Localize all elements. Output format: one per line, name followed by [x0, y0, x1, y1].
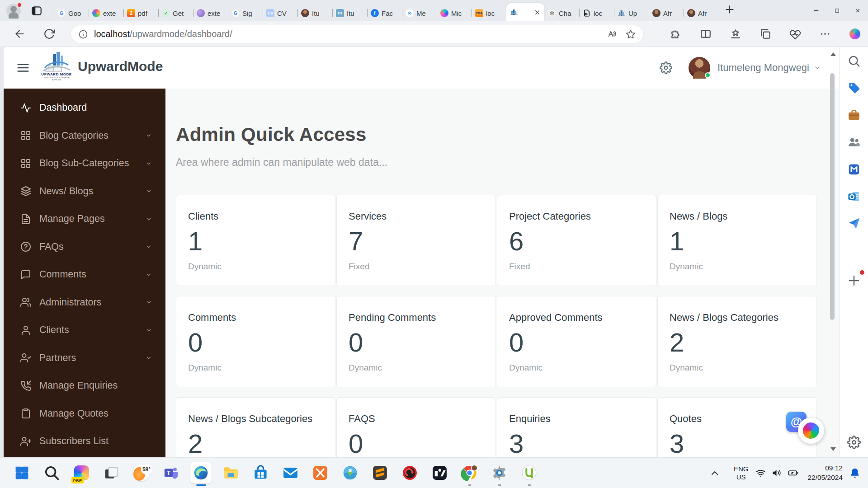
taskbar-app-tradingview[interactable]	[430, 464, 449, 482]
stat-card[interactable]: News / Blogs 1 Dynamic	[657, 195, 817, 286]
browser-tab[interactable]: G Goo	[54, 5, 89, 21]
tray-chevron-up-icon[interactable]	[709, 468, 720, 479]
scrollbar-thumb[interactable]	[830, 73, 835, 320]
taskbar-app-settings[interactable]	[490, 464, 509, 482]
rail-people[interactable]	[847, 136, 861, 149]
browser-tab[interactable]: PMA loc	[472, 5, 506, 21]
sidebar-item[interactable]: News/ Blogs	[4, 178, 165, 206]
stat-card[interactable]: News / Blogs Subcategories 2	[176, 397, 335, 457]
browser-tab[interactable]: Afr	[684, 5, 718, 21]
toolbar-icon-copilot[interactable]	[849, 28, 861, 40]
rail-send[interactable]	[847, 217, 861, 230]
browser-tab[interactable]: CV CV	[263, 5, 297, 21]
taskbar-app-weather[interactable]: 58°	[132, 464, 151, 482]
taskbar-app-idm[interactable]	[341, 464, 359, 482]
toolbar-icon-more[interactable]	[819, 28, 831, 40]
favorite-star-icon[interactable]	[626, 29, 636, 39]
stat-card[interactable]: Comments 0 Dynamic	[176, 296, 335, 387]
notifications-bell-icon[interactable]	[849, 467, 861, 479]
ai-assistant-button[interactable]	[798, 418, 824, 444]
toolbar-icon-essentials[interactable]	[789, 28, 801, 40]
taskbar-app-search[interactable]	[42, 464, 61, 482]
refresh-button[interactable]	[43, 28, 55, 40]
rail-add[interactable]	[847, 274, 861, 287]
url-text[interactable]: localhost/upwardmode/dashboard/	[94, 29, 232, 39]
rail-outlook[interactable]	[847, 190, 861, 203]
sidebar-item[interactable]: Manage Pages	[4, 205, 165, 233]
chevron-down-icon[interactable]	[814, 64, 821, 71]
maximize-button[interactable]	[826, 0, 847, 21]
browser-profile-button[interactable]	[6, 4, 21, 18]
sidebar-item[interactable]: Clients	[4, 316, 165, 344]
volume-icon[interactable]	[772, 468, 782, 478]
sidebar-item[interactable]: Manage Enquiries	[4, 372, 165, 400]
toolbar-icon-favorites[interactable]	[730, 28, 741, 40]
user-name[interactable]: Itumeleng Mongwegi	[717, 62, 809, 74]
toolbar-icon-split-screen[interactable]	[700, 28, 712, 40]
browser-tab[interactable]: Up	[614, 5, 649, 21]
sidebar-item[interactable]: Manage Quotes	[4, 400, 165, 428]
sidebar-item[interactable]: Administrators	[4, 289, 165, 317]
toolbar-icon-collections[interactable]	[760, 28, 771, 40]
sidebar-item[interactable]: Blog Categories	[4, 122, 165, 150]
stat-card[interactable]: Project Categories 6 Fixed	[497, 195, 656, 286]
site-info-icon[interactable]	[79, 30, 88, 39]
sidebar-item[interactable]: Comments	[4, 261, 165, 289]
minimize-button[interactable]	[806, 0, 826, 21]
browser-tab[interactable]: ∞ Me	[402, 5, 437, 21]
settings-gear-icon[interactable]	[660, 61, 672, 74]
taskbar-app-explorer[interactable]	[222, 464, 240, 482]
taskbar-app-teams[interactable]: T	[162, 464, 180, 482]
browser-tab[interactable]: exte	[193, 5, 228, 21]
rail-shopping[interactable]	[847, 81, 861, 95]
taskbar-app-xampp[interactable]	[311, 464, 330, 482]
tab-close-icon[interactable]	[534, 9, 541, 16]
stat-card[interactable]: Clients 1 Dynamic	[176, 195, 335, 286]
sidebar-item[interactable]: Blog Sub-Categories	[4, 150, 165, 178]
stat-card[interactable]: FAQS 0	[336, 397, 496, 457]
language-switcher[interactable]: ENG US	[734, 465, 749, 481]
tab-actions-icon[interactable]	[31, 5, 42, 17]
sidebar-item[interactable]: Subscribers List	[4, 427, 165, 455]
stat-card[interactable]: Approved Comments 0 Dynamic	[497, 296, 656, 387]
taskbar-app-copilot[interactable]: PRE	[72, 464, 91, 482]
battery-icon[interactable]	[788, 468, 798, 478]
read-aloud-icon[interactable]	[607, 29, 617, 39]
taskbar-app-mail[interactable]	[281, 464, 300, 482]
taskbar-app-driverbooster[interactable]	[401, 464, 419, 482]
upwardmode-logo[interactable]: UPWARD MODE CONSTRUCTION & GENERAL SUPPL…	[39, 52, 74, 81]
browser-tab[interactable]: ✓ Get	[158, 5, 193, 21]
user-avatar[interactable]	[689, 57, 710, 79]
clock[interactable]: 09:12 22/05/2024	[807, 464, 843, 482]
taskbar-app-store[interactable]	[251, 464, 270, 482]
stat-card[interactable]: Enquiries 3	[497, 397, 656, 457]
sidebar-item[interactable]: Partners	[4, 344, 165, 372]
stat-card[interactable]: Services 7 Fixed	[336, 195, 496, 286]
wifi-icon[interactable]	[755, 468, 766, 478]
browser-tab[interactable]: in Itu	[332, 5, 367, 21]
rail-microsoft365[interactable]	[847, 163, 861, 176]
rail-settings[interactable]	[847, 436, 861, 449]
hamburger-menu-icon[interactable]	[16, 61, 30, 75]
browser-tab[interactable]: exte	[89, 5, 123, 21]
quick-settings[interactable]	[755, 468, 798, 478]
new-tab-button[interactable]	[724, 4, 736, 15]
address-bar[interactable]: localhost/upwardmode/dashboard/	[71, 25, 644, 43]
browser-tab[interactable]: Itu	[297, 5, 332, 21]
taskbar-app-sublime[interactable]	[371, 464, 389, 482]
taskbar-app-edge[interactable]	[192, 464, 210, 482]
rail-tools[interactable]	[847, 108, 861, 122]
taskbar-app-utorrent[interactable]	[520, 464, 538, 482]
page-scrollbar[interactable]	[829, 50, 835, 454]
rail-search[interactable]	[847, 54, 861, 68]
toolbar-icon-extensions[interactable]	[670, 28, 682, 40]
browser-tab[interactable]: loc	[579, 5, 614, 21]
scroll-down-arrow[interactable]	[830, 447, 836, 451]
browser-tab[interactable]: Mic	[437, 5, 472, 21]
stat-card[interactable]: News / Blogs Categories 2 Dynamic	[657, 296, 817, 387]
sidebar-item[interactable]: FAQs	[4, 233, 165, 261]
taskbar-app-chrome[interactable]	[460, 464, 479, 482]
browser-tab[interactable]: f Fac	[367, 5, 402, 21]
browser-tab[interactable]: ✻ Cha	[544, 5, 579, 21]
back-button[interactable]	[14, 28, 25, 40]
